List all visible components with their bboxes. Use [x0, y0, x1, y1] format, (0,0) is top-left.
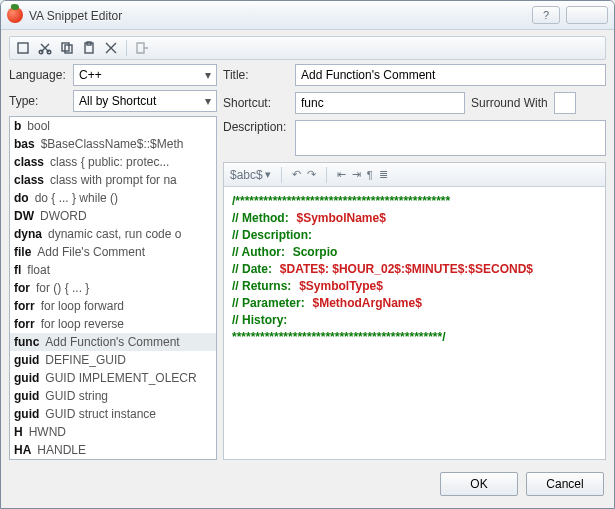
list-item[interactable]: guidGUID IMPLEMENT_OLECR: [10, 369, 216, 387]
list-item[interactable]: forrfor loop forward: [10, 297, 216, 315]
list-item[interactable]: forfor () { ... }: [10, 279, 216, 297]
language-value: C++: [79, 68, 102, 82]
type-row: Type: All by Shortcut ▾: [9, 90, 217, 112]
list-item[interactable]: guidDEFINE_GUID: [10, 351, 216, 369]
list-item[interactable]: guidGUID string: [10, 387, 216, 405]
cut-icon[interactable]: [36, 39, 54, 57]
list-item[interactable]: classclass with prompt for na: [10, 171, 216, 189]
type-value: All by Shortcut: [79, 94, 156, 108]
dialog-window: VA Snippet Editor ? Language: C++ ▾: [0, 0, 615, 509]
list-item[interactable]: HAHANDLE: [10, 441, 216, 459]
list-item[interactable]: forrfor loop reverse: [10, 315, 216, 333]
snippet-list[interactable]: bboolbas$BaseClassName$::$Methclassclass…: [9, 116, 217, 460]
language-select[interactable]: C++ ▾: [73, 64, 217, 86]
language-label: Language:: [9, 68, 69, 82]
surround-with-box[interactable]: [554, 92, 576, 114]
delete-icon[interactable]: [102, 39, 120, 57]
description-row: Description:: [223, 120, 606, 156]
chevron-down-icon: ▾: [205, 68, 211, 82]
ok-button[interactable]: OK: [440, 472, 518, 496]
left-panel: Language: C++ ▾ Type: All by Shortcut ▾ …: [9, 64, 217, 460]
list-item[interactable]: bbool: [10, 117, 216, 135]
title-input[interactable]: [295, 64, 606, 86]
shortcut-row: Shortcut: Surround With: [223, 92, 606, 114]
editor-separator: [326, 167, 327, 183]
shortcut-input[interactable]: [295, 92, 465, 114]
list-item[interactable]: bas$BaseClassName$::$Meth: [10, 135, 216, 153]
list-item[interactable]: HHWND: [10, 423, 216, 441]
surround-label: Surround With: [471, 96, 548, 110]
chevron-down-icon: ▾: [205, 94, 211, 108]
lines-icon[interactable]: ≣: [379, 168, 388, 181]
list-item[interactable]: dodo { ... } while (): [10, 189, 216, 207]
list-item[interactable]: flfloat: [10, 261, 216, 279]
type-label: Type:: [9, 94, 69, 108]
list-item[interactable]: DWDWORD: [10, 207, 216, 225]
content-split: Language: C++ ▾ Type: All by Shortcut ▾ …: [9, 64, 606, 460]
close-button[interactable]: [566, 6, 608, 24]
titlebar: VA Snippet Editor ?: [1, 1, 614, 30]
code-editor[interactable]: /***************************************…: [224, 187, 605, 459]
indent-icon[interactable]: ⇥: [352, 168, 361, 181]
copy-icon[interactable]: [58, 39, 76, 57]
insert-variable-button[interactable]: $abc$ ▾: [230, 168, 271, 182]
cancel-button[interactable]: Cancel: [526, 472, 604, 496]
shortcut-label: Shortcut:: [223, 96, 289, 110]
app-icon: [7, 7, 23, 23]
list-item[interactable]: classclass { public: protec...: [10, 153, 216, 171]
preview-icon: [133, 39, 151, 57]
window-title: VA Snippet Editor: [29, 8, 526, 23]
language-row: Language: C++ ▾: [9, 64, 217, 86]
list-item[interactable]: guidGUID struct instance: [10, 405, 216, 423]
description-input[interactable]: [295, 120, 606, 156]
outdent-icon[interactable]: ⇤: [337, 168, 346, 181]
client-area: Language: C++ ▾ Type: All by Shortcut ▾ …: [1, 30, 614, 508]
list-item[interactable]: funcAdd Function's Comment: [10, 333, 216, 351]
right-panel: Title: Shortcut: Surround With Descripti…: [223, 64, 606, 460]
editor-toolbar: $abc$ ▾ ↶ ↷ ⇤ ⇥ ¶ ≣: [224, 163, 605, 187]
svg-rect-0: [18, 43, 28, 53]
description-label: Description:: [223, 120, 289, 134]
button-bar: OK Cancel: [9, 464, 606, 500]
undo-icon[interactable]: ↶: [292, 168, 301, 181]
toolbar-separator: [126, 40, 127, 56]
paste-icon[interactable]: [80, 39, 98, 57]
help-button[interactable]: ?: [532, 6, 560, 24]
new-icon[interactable]: [14, 39, 32, 57]
list-item[interactable]: fileAdd File's Comment: [10, 243, 216, 261]
pilcrow-icon[interactable]: ¶: [367, 169, 373, 181]
type-select[interactable]: All by Shortcut ▾: [73, 90, 217, 112]
editor-separator: [281, 167, 282, 183]
list-item[interactable]: dynadynamic cast, run code o: [10, 225, 216, 243]
editor-panel: $abc$ ▾ ↶ ↷ ⇤ ⇥ ¶ ≣ /*******************…: [223, 162, 606, 460]
main-toolbar: [9, 36, 606, 60]
title-label: Title:: [223, 68, 289, 82]
redo-icon[interactable]: ↷: [307, 168, 316, 181]
title-row: Title:: [223, 64, 606, 86]
